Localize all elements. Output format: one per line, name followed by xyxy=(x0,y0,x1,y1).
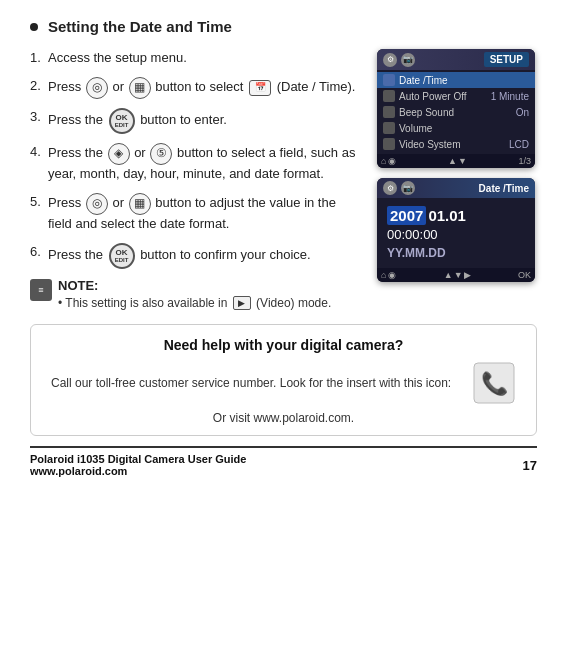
step-2: 2. Press ◎ or ▦ button to select 📅 (Date… xyxy=(30,77,361,99)
nav-fn2-icon: ▦ xyxy=(129,193,151,215)
page-title: Setting the Date and Time xyxy=(30,18,537,35)
nav-right-icon: ⑤ xyxy=(150,143,172,165)
footer-home-icon: ⌂ xyxy=(381,156,386,166)
setup-footer: ⌂ ◉ ▲ ▼ 1/3 xyxy=(377,154,535,168)
setup-row-autopower: Auto Power Off 1 Minute xyxy=(377,88,535,104)
nav-dial-icon: ◎ xyxy=(86,77,108,99)
setup-row-datetime: Date /Time xyxy=(377,72,535,88)
dt-date-row: 2007 01.01 xyxy=(387,206,525,225)
step-3: 3. Press the OK EDIT button to enter. xyxy=(30,108,361,134)
nav-up-icon: ◈ xyxy=(108,143,130,165)
dt-camera-icon: 📷 xyxy=(401,181,415,195)
page-footer: Polaroid i1035 Digital Camera User Guide… xyxy=(30,446,537,477)
dt-date-rest: 01.01 xyxy=(428,207,466,224)
dt-year: 2007 xyxy=(387,206,426,225)
dt-panel-header: ⚙ 📷 Date /Time xyxy=(377,178,535,198)
setup-row-volume: Volume xyxy=(377,120,535,136)
dt-header-label: Date /Time xyxy=(479,183,529,194)
ok-edit-button-2: OK EDIT xyxy=(109,243,135,269)
row-icon-datetime xyxy=(383,74,395,86)
page-indicator: 1/3 xyxy=(518,156,531,166)
help-row: Call our toll-free customer service numb… xyxy=(51,361,516,405)
setup-row-beep: Beep Sound On xyxy=(377,104,535,120)
setup-rows: Date /Time Auto Power Off 1 Minute Beep … xyxy=(377,70,535,154)
row-icon-beep xyxy=(383,106,395,118)
dt-format: YY.MM.DD xyxy=(387,246,525,260)
note-icon: ≡ xyxy=(30,279,52,301)
dt-right-arrow: ▶ xyxy=(464,270,471,280)
help-title: Need help with your digital camera? xyxy=(51,337,516,353)
dt-up-arrow: ▲ xyxy=(444,270,453,280)
note-section: ≡ NOTE: • This setting is also available… xyxy=(30,278,361,311)
help-box: Need help with your digital camera? Call… xyxy=(30,324,537,436)
dt-home-icon: ⌂ xyxy=(381,270,386,280)
step-1: 1. Access the setup menu. xyxy=(30,49,361,68)
row-icon-video xyxy=(383,138,395,150)
footer-cam-icon: ◉ xyxy=(388,156,396,166)
step-6: 6. Press the OK EDIT button to confirm y… xyxy=(30,243,361,269)
dt-gear-icon: ⚙ xyxy=(383,181,397,195)
help-url: Or visit www.polaroid.com. xyxy=(51,411,516,425)
setup-panel: ⚙ 📷 SETUP Date /Time Auto Power Off 1 Mi… xyxy=(377,49,535,168)
dt-time: 00:00:00 xyxy=(387,227,525,242)
date-time-icon: 📅 xyxy=(249,80,271,96)
setup-gear-icon: ⚙ xyxy=(383,53,397,67)
footer-left: Polaroid i1035 Digital Camera User Guide… xyxy=(30,453,246,477)
nav-fn-icon: ▦ xyxy=(129,77,151,99)
row-icon-autopower xyxy=(383,90,395,102)
setup-panel-header: ⚙ 📷 SETUP xyxy=(377,49,535,70)
dt-cam-icon: ◉ xyxy=(388,270,396,280)
footer-up-arrow: ▲ xyxy=(448,156,457,166)
dt-ok-icon: OK xyxy=(518,270,531,280)
ok-edit-button: OK EDIT xyxy=(109,108,135,134)
setup-row-video: Video System LCD xyxy=(377,136,535,152)
svg-text:📞: 📞 xyxy=(481,370,509,397)
setup-label: SETUP xyxy=(484,52,529,67)
phone-icon: 📞 xyxy=(472,361,516,405)
step-4: 4. Press the ◈ or ⑤ button to select a f… xyxy=(30,143,361,184)
bullet-icon xyxy=(30,23,38,31)
row-icon-volume xyxy=(383,122,395,134)
dt-footer: ⌂ ◉ ▲ ▼ ▶ OK xyxy=(377,268,535,282)
setup-camera-icon: 📷 xyxy=(401,53,415,67)
video-mode-icon: ▶ xyxy=(233,296,251,310)
nav-dial2-icon: ◎ xyxy=(86,193,108,215)
footer-down-arrow: ▼ xyxy=(458,156,467,166)
help-text: Call our toll-free customer service numb… xyxy=(51,376,462,390)
dt-down-arrow: ▼ xyxy=(454,270,463,280)
footer-page-num: 17 xyxy=(523,458,537,473)
dt-body: 2007 01.01 00:00:00 YY.MM.DD xyxy=(377,198,535,268)
datetime-panel: ⚙ 📷 Date /Time 2007 01.01 00:00:00 YY.MM… xyxy=(377,178,535,282)
step-5: 5. Press ◎ or ▦ button to adjust the val… xyxy=(30,193,361,234)
note-title: NOTE: xyxy=(58,278,331,293)
note-text: • This setting is also available in ▶ (V… xyxy=(58,296,331,311)
